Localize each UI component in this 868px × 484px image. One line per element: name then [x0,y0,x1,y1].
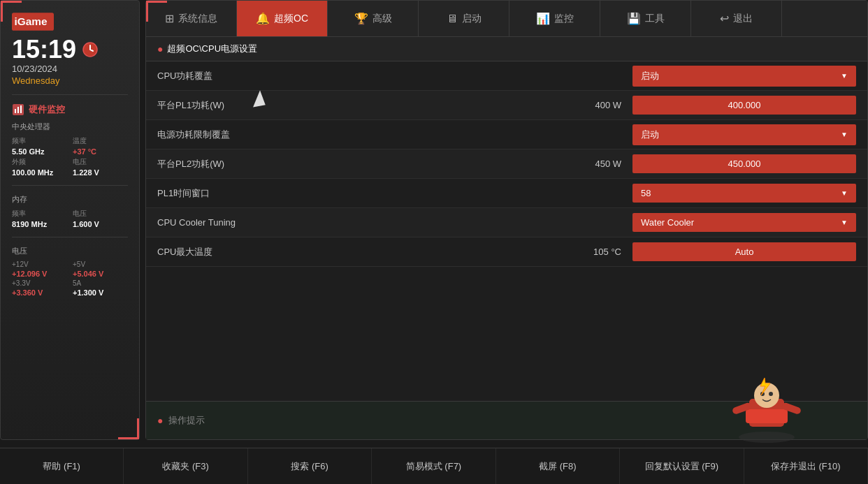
bottom-btn-label-favorites: 收藏夹 (F3) [162,460,208,473]
sidebar: iGame 15:19 10/23/2024 Wednesday 硬件监控 中央… [0,0,140,440]
exit-icon: ↩ [720,12,729,25]
breadcrumb-text: 超频OC\CPU电源设置 [167,43,257,55]
dropdown-value-0: 启动 [641,70,659,82]
cpu-ext-freq-label: 外频 [12,157,67,167]
svg-rect-6 [20,105,22,113]
bottom-btn-favorites[interactable]: 收藏夹 (F3) [124,448,247,484]
main-corner-tl [146,1,167,22]
mem-voltage-value: 1.600 V [73,220,128,228]
dropdown-5[interactable]: Water Cooler ▼ [632,213,856,232]
settings-row: 平台PL2功耗(W)450 W450.000 [146,149,867,179]
boot-icon: 🖥 [447,13,458,25]
setting-control-5[interactable]: Water Cooler ▼ [632,213,856,232]
bottom-btn-label-search: 搜索 (F6) [291,460,328,473]
cpu-ext-freq-value: 100.00 MHz [12,168,67,177]
hw-monitor-title: 硬件监控 [29,103,65,116]
setting-label-4: PL1时间窗口 [157,187,549,200]
tab-exit[interactable]: ↩ 退出 [691,1,782,36]
setting-control-6[interactable]: Auto [632,242,856,261]
setting-control-1[interactable]: 400.000 [632,96,856,115]
divider-3 [12,237,128,237]
cpu-freq-label: 频率 [12,136,67,146]
bottom-btn-label-simple: 简易模式 (F7) [406,460,461,473]
tab-exit-label: 退出 [733,13,753,25]
breadcrumb: ● 超频OC\CPU电源设置 [146,37,867,61]
svg-rect-4 [15,109,16,113]
setting-control-4[interactable]: 58 ▼ [632,184,856,203]
v12-label: +12V [12,261,67,268]
setting-mid-3: 450 W [549,159,632,169]
mem-voltage-label: 电压 [73,209,128,219]
mem-freq-label: 频率 [12,209,67,219]
setting-mid-6: 105 °C [549,247,632,257]
divider-2 [12,185,128,186]
tab-advanced[interactable]: 🏆 高级 [328,1,419,36]
dropdown-arrow-5: ▼ [841,219,848,226]
monitor-icon: 📊 [536,12,550,25]
corner-decor-br [118,418,139,439]
logo-area: iGame [12,12,128,31]
op-hint-icon: ● [157,415,163,426]
dropdown-value-2: 启动 [641,129,659,141]
tab-tools-label: 工具 [645,13,665,25]
bottom-btn-simple[interactable]: 简易模式 (F7) [372,448,496,484]
tab-bar: ⊞ 系统信息 🔔 超频OC 🏆 高级 🖥 启动 📊 监控 💾 工具 ↩ 退出 [146,1,867,37]
v5-value: +5.046 V [73,270,128,278]
dropdown-4[interactable]: 58 ▼ [632,184,856,203]
mem-freq-value: 8190 MHz [12,220,67,228]
date-value: 10/23/2024 [12,64,128,74]
svg-rect-5 [17,107,19,113]
input-control-1[interactable]: 400.000 [632,96,856,115]
volt-stats-grid: +12V +5V +12.096 V +5.046 V +3.3V 5A +3.… [12,261,128,297]
v5a-value: +1.300 V [73,288,128,297]
bottom-btn-reset[interactable]: 回复默认设置 (F9) [620,448,744,484]
hw-monitor-icon [12,103,24,116]
mem-section-label: 内存 [12,194,128,205]
tools-icon: 💾 [627,12,641,25]
op-hint-section: ● 操作提示 [146,401,867,439]
bottom-btn-screenshot[interactable]: 截屏 (F8) [496,448,620,484]
setting-label-5: CPU Cooler Tuning [157,217,549,228]
dropdown-value-5: Water Cooler [641,217,694,228]
weekday-value: Wednesday [12,75,128,86]
setting-control-2[interactable]: 启动 ▼ [632,124,856,145]
tab-monitor[interactable]: 📊 监控 [509,1,600,36]
input-control-3[interactable]: 450.000 [632,154,856,173]
settings-row: PL1时间窗口 58 ▼ [146,179,867,208]
mem-stats-grid: 频率 电压 8190 MHz 1.600 V [12,209,128,228]
oc-icon: 🔔 [256,12,270,25]
op-hint-text: 操作提示 [168,414,205,427]
settings-row: CPU Cooler Tuning Water Cooler ▼ [146,208,867,237]
dropdown-arrow-0: ▼ [841,72,848,80]
dropdown-2[interactable]: 启动 ▼ [632,124,856,145]
settings-table: CPU功耗覆盖 启动 ▼ 平台PL1功耗(W)400 W400.000电源功耗限… [146,61,867,267]
v33-label: +3.3V [12,279,67,287]
tab-oc[interactable]: 🔔 超频OC [237,1,328,36]
volt-section-label: 电压 [12,246,128,256]
v12-value: +12.096 V [12,270,67,278]
bottom-btn-search[interactable]: 搜索 (F6) [248,448,372,484]
cpu-section-label: 中央处理器 [12,122,128,132]
setting-control-0[interactable]: 启动 ▼ [632,66,856,87]
tab-boot[interactable]: 🖥 启动 [419,1,509,36]
cpu-stats-grid: 频率 温度 5.50 GHz +37 °C 外频 电压 100.00 MHz 1… [12,136,128,177]
divider-1 [12,94,128,95]
bottom-bar: 帮助 (F1)收藏夹 (F3)搜索 (F6)简易模式 (F7)截屏 (F8)回复… [0,448,868,484]
main-panel: ⊞ 系统信息 🔔 超频OC 🏆 高级 🖥 启动 📊 监控 💾 工具 ↩ 退出 [145,0,868,440]
bottom-btn-label-reset: 回复默认设置 (F9) [645,460,718,473]
bottom-btn-label-screenshot: 截屏 (F8) [539,460,576,473]
cpu-temp-label: 温度 [73,136,128,146]
cpu-freq-value: 5.50 GHz [12,147,67,156]
v33-value: +3.360 V [12,288,67,297]
settings-row: CPU功耗覆盖 启动 ▼ [146,61,867,91]
tab-tools[interactable]: 💾 工具 [600,1,691,36]
tab-sysinfo-label: 系统信息 [178,13,217,25]
setting-label-1: 平台PL1功耗(W) [157,99,549,112]
igame-logo-icon: iGame [12,12,54,31]
dropdown-arrow-4: ▼ [841,189,848,197]
bottom-btn-help[interactable]: 帮助 (F1) [0,448,124,484]
input-control-6[interactable]: Auto [632,242,856,261]
bottom-btn-save_exit[interactable]: 保存并退出 (F10) [744,448,868,484]
setting-control-3[interactable]: 450.000 [632,154,856,173]
dropdown-0[interactable]: 启动 ▼ [632,66,856,87]
